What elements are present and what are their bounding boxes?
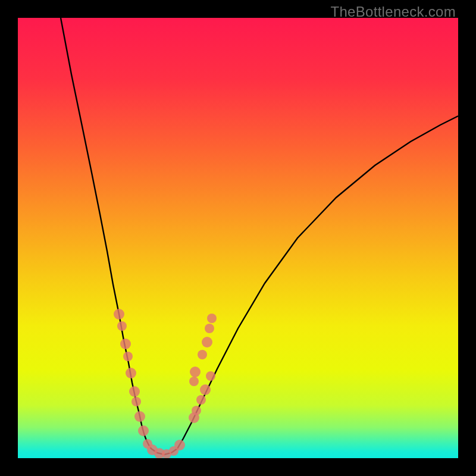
data-point <box>202 337 212 347</box>
watermark-text: TheBottleneck.com <box>330 4 456 20</box>
data-point <box>117 321 127 331</box>
data-point <box>205 324 214 333</box>
data-point <box>134 411 145 422</box>
curve-lines <box>61 18 458 455</box>
data-point <box>190 367 201 377</box>
data-point <box>196 395 206 405</box>
chart-svg <box>18 18 458 458</box>
data-point <box>138 425 149 436</box>
data-point <box>120 339 131 349</box>
data-point <box>189 377 199 386</box>
data-point <box>126 368 136 378</box>
data-point <box>123 352 133 361</box>
data-point <box>206 371 215 381</box>
data-point <box>192 406 201 415</box>
data-point <box>174 440 185 450</box>
plot-area <box>18 18 458 458</box>
data-point <box>131 397 141 406</box>
data-point <box>129 386 140 397</box>
black-frame: TheBottleneck.com <box>0 0 476 476</box>
scatter-dots <box>114 309 217 458</box>
data-point <box>114 309 124 320</box>
data-point <box>198 350 207 359</box>
data-point <box>207 314 217 323</box>
data-point <box>200 384 211 395</box>
bottleneck-curve <box>61 18 458 455</box>
